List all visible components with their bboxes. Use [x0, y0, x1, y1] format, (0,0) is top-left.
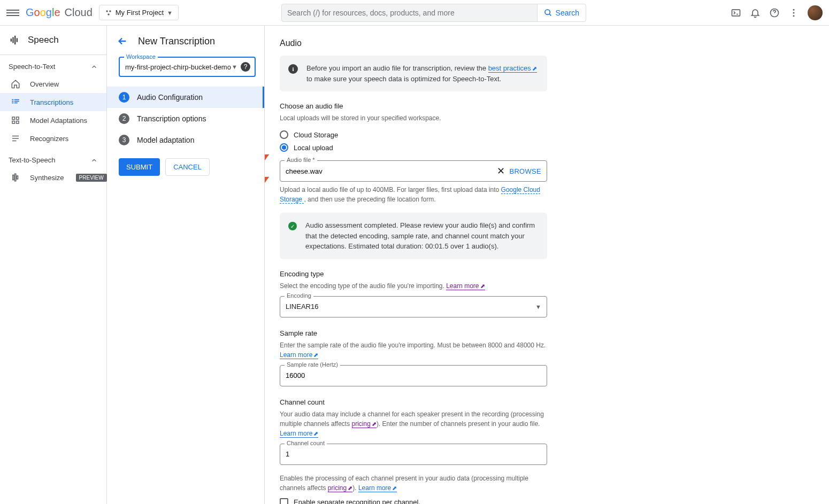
- wizard-panel: New Transcription Workspace my-first-pro…: [107, 26, 265, 504]
- sidebar-item-overview[interactable]: Overview: [0, 75, 106, 93]
- sample-rate-field[interactable]: Sample rate (Hertz): [280, 365, 547, 386]
- best-practices-link[interactable]: best practices⬈: [488, 64, 537, 73]
- searchbar[interactable]: Search: [281, 4, 586, 22]
- external-link-icon: ⬈: [392, 485, 397, 491]
- info-icon: i: [288, 64, 298, 74]
- project-icon: [105, 9, 112, 17]
- browse-button[interactable]: BROWSE: [509, 167, 541, 175]
- overview-label: Overview: [30, 80, 59, 88]
- channel-count-help: Your audio data may include a channel fo…: [280, 409, 547, 438]
- separate-recognition-checkbox[interactable]: Enable separate recognition per channel.: [280, 498, 814, 505]
- step-audio-configuration[interactable]: 1 Audio Configuration: [107, 87, 264, 108]
- project-picker[interactable]: My First Project ▼: [99, 5, 179, 20]
- step-number: 2: [119, 113, 129, 124]
- svg-point-8: [793, 12, 795, 13]
- help-icon[interactable]: ?: [241, 62, 250, 72]
- svg-rect-15: [12, 101, 13, 102]
- choose-file-subtext: Local uploads will be stored in your spe…: [280, 113, 547, 123]
- audio-file-input[interactable]: [286, 167, 497, 175]
- encoding-select[interactable]: Encoding LINEAR16 ▼: [280, 296, 547, 317]
- radio-cloud-label: Cloud Storage: [294, 131, 338, 139]
- back-arrow-icon[interactable]: [117, 35, 128, 47]
- sidebar-item-recognizers[interactable]: Recognizers: [0, 129, 106, 148]
- nav-menu-button[interactable]: [6, 6, 19, 19]
- svg-point-1: [109, 10, 111, 12]
- service-title: Speech: [0, 26, 106, 55]
- svg-point-9: [793, 15, 795, 17]
- svg-point-3: [545, 10, 550, 14]
- audio-section-title: Audio: [280, 38, 814, 48]
- step-model-adaptation[interactable]: 3 Model adaptation: [107, 129, 264, 151]
- clear-icon[interactable]: ✕: [497, 166, 505, 176]
- pricing-link[interactable]: pricing⬈: [352, 420, 377, 428]
- sample-rate-input[interactable]: [286, 371, 541, 379]
- sidebar-item-transcriptions[interactable]: Transcriptions: [0, 93, 106, 111]
- svg-rect-20: [12, 117, 15, 120]
- stt-header-label: Speech-to-Text: [9, 63, 55, 71]
- svg-rect-19: [14, 103, 18, 104]
- audio-file-label: Audio file *: [285, 157, 317, 163]
- learn-more-encoding-link[interactable]: Learn more⬈: [446, 282, 485, 290]
- sidebar-item-synthesize[interactable]: Synthesize PREVIEW: [0, 168, 106, 187]
- learn-more-sample-link[interactable]: Learn more⬈: [280, 351, 318, 359]
- svg-line-30: [265, 155, 268, 171]
- search-icon: [544, 9, 552, 17]
- sidebar-item-model-adaptations[interactable]: Model Adaptations: [0, 111, 106, 129]
- logo-cloud-text: Cloud: [65, 6, 93, 19]
- search-input[interactable]: [282, 9, 537, 17]
- notifications-icon[interactable]: [750, 7, 761, 18]
- speech-icon: [9, 34, 20, 46]
- step-label: Model adaptation: [137, 136, 194, 144]
- step-number: 1: [119, 92, 129, 103]
- separate-recognition-help: Enables the processing of each channel p…: [280, 474, 547, 493]
- account-avatar[interactable]: [808, 5, 823, 20]
- submit-button[interactable]: SUBMIT: [119, 158, 160, 176]
- radio-cloud-storage[interactable]: Cloud Storage: [280, 128, 814, 141]
- workspace-label: Workspace: [124, 53, 158, 60]
- main-content: Audio i Before you import an audio file …: [265, 26, 829, 504]
- learn-more-channel-link[interactable]: Learn more⬈: [280, 430, 318, 438]
- sample-rate-heading: Sample rate: [280, 329, 814, 337]
- svg-rect-22: [12, 121, 15, 124]
- dropdown-icon: ▼: [535, 304, 541, 310]
- pricing-link-2[interactable]: pricing⬈: [328, 484, 352, 492]
- google-cloud-logo[interactable]: Google Cloud: [26, 6, 93, 19]
- svg-rect-10: [11, 38, 12, 42]
- radio-local-upload[interactable]: Local upload: [280, 141, 814, 154]
- channel-count-label: Channel count: [285, 440, 327, 446]
- encoding-help: Select the encoding type of the audio fi…: [280, 281, 547, 291]
- checkbox-icon: [280, 498, 288, 505]
- step-transcription-options[interactable]: 2 Transcription options: [107, 108, 264, 129]
- stt-section-header[interactable]: Speech-to-Text: [0, 58, 106, 75]
- transcriptions-icon: [11, 97, 20, 107]
- arrow-annotation-icon: [265, 174, 272, 196]
- learn-more-separate-link[interactable]: Learn more⬈: [358, 484, 397, 492]
- assessment-text: Audio assessment completed. Please revie…: [305, 220, 539, 252]
- search-button[interactable]: Search: [537, 4, 586, 21]
- help-icon[interactable]: [769, 7, 780, 18]
- more-icon[interactable]: [788, 7, 799, 18]
- channel-count-field[interactable]: Channel count: [280, 444, 547, 465]
- cloud-shell-icon[interactable]: [731, 7, 741, 18]
- adaptations-label: Model Adaptations: [30, 117, 87, 125]
- workspace-select[interactable]: Workspace my-first-project-chirp-bucket-…: [119, 57, 256, 77]
- svg-line-31: [265, 177, 268, 193]
- external-link-icon: ⬈: [313, 430, 318, 437]
- channel-count-heading: Channel count: [280, 398, 814, 406]
- svg-point-7: [793, 9, 795, 10]
- preview-badge: PREVIEW: [76, 174, 107, 182]
- synthesize-icon: [11, 173, 20, 182]
- audio-file-field[interactable]: Audio file * ✕ BROWSE: [280, 160, 547, 182]
- channel-count-input[interactable]: [286, 450, 541, 458]
- tts-section-header[interactable]: Text-to-Speech: [0, 152, 106, 168]
- svg-rect-21: [17, 117, 19, 120]
- best-practices-infobox: i Before you import an audio file for tr…: [280, 56, 547, 91]
- assessment-result: ✓ Audio assessment completed. Please rev…: [280, 213, 547, 259]
- external-link-icon: ⬈: [480, 283, 485, 289]
- tts-header-label: Text-to-Speech: [9, 156, 55, 164]
- external-link-icon: ⬈: [313, 352, 318, 358]
- radio-local-label: Local upload: [294, 144, 333, 152]
- encoding-label: Encoding: [285, 292, 313, 299]
- adaptations-icon: [11, 115, 20, 125]
- cancel-button[interactable]: CANCEL: [165, 158, 210, 176]
